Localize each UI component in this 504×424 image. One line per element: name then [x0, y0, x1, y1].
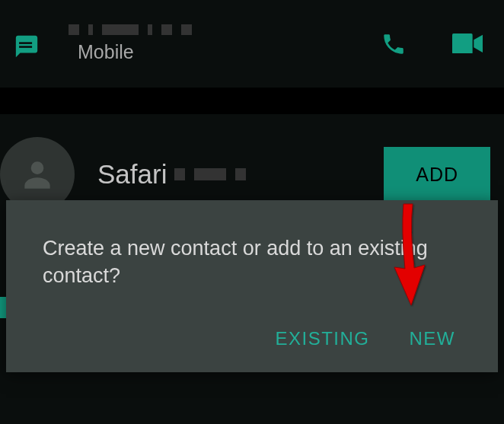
contact-name: Safari	[97, 159, 167, 190]
section-divider	[0, 88, 504, 114]
dialog-buttons: EXISTING NEW	[43, 328, 461, 349]
phone-type-label: Mobile	[62, 41, 381, 63]
contact-dialog: Create a new contact or add to an existi…	[6, 200, 498, 372]
person-icon	[18, 155, 56, 193]
contact-header-info: Mobile	[62, 24, 381, 63]
video-icon[interactable]	[452, 33, 483, 55]
svg-rect-2	[452, 33, 473, 54]
contact-name-row: Safari	[97, 159, 384, 190]
svg-rect-1	[19, 46, 32, 48]
header-actions	[381, 31, 483, 57]
existing-button[interactable]: EXISTING	[275, 328, 369, 349]
dialog-message: Create a new contact or add to an existi…	[43, 234, 461, 290]
new-button[interactable]: NEW	[410, 328, 456, 349]
message-icon[interactable]	[14, 33, 40, 55]
redacted-phone-number	[62, 24, 381, 35]
phone-icon[interactable]	[381, 31, 407, 57]
top-bar: Mobile	[0, 0, 504, 88]
svg-rect-0	[19, 42, 32, 44]
add-button[interactable]: ADD	[384, 147, 490, 202]
redacted-name-suffix	[174, 168, 246, 180]
svg-point-3	[31, 161, 44, 174]
